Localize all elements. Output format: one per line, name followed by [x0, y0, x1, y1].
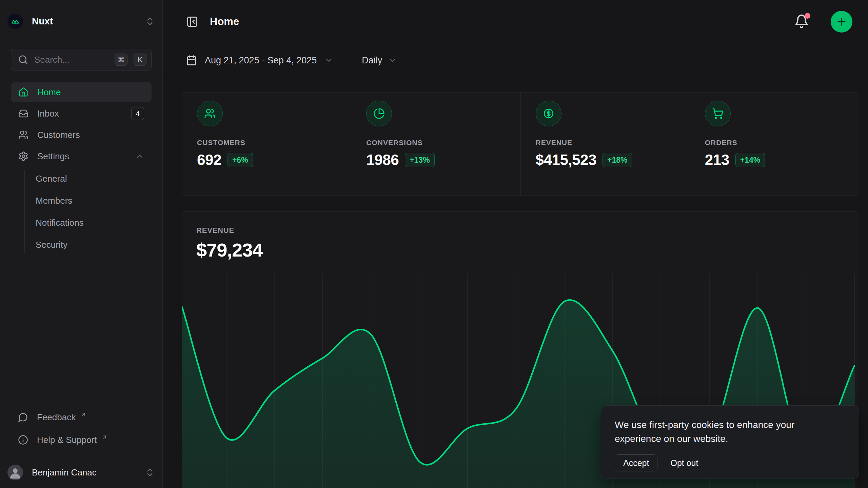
- top-bar: Home: [163, 0, 868, 43]
- kbd-cmd: ⌘: [115, 54, 127, 66]
- inbox-icon: [18, 108, 28, 119]
- stat-delta-badge: +14%: [735, 153, 765, 167]
- user-menu[interactable]: Benjamin Canac: [7, 460, 155, 485]
- sidebar-item-label: Settings: [37, 151, 69, 162]
- shopping-cart-icon: [705, 101, 731, 126]
- message-bubble-icon: [18, 412, 28, 422]
- notifications-button[interactable]: [794, 14, 810, 29]
- date-range-value: Aug 21, 2025 - Sep 4, 2025: [205, 55, 317, 66]
- gear-icon: [18, 151, 28, 161]
- help-support-link[interactable]: Help & Support: [11, 430, 152, 449]
- revenue-chart-label: REVENUE: [196, 226, 859, 235]
- cookie-message: We use first-party cookies to enhance yo…: [615, 418, 818, 446]
- stat-label: REVENUE: [536, 139, 690, 147]
- users-icon: [18, 130, 28, 140]
- accept-button[interactable]: Accept: [615, 454, 657, 471]
- sidebar-subitem-security[interactable]: Security: [36, 235, 152, 254]
- user-name: Benjamin Canac: [32, 467, 136, 478]
- users-icon: [197, 101, 223, 126]
- page-title: Home: [210, 16, 783, 28]
- stat-value: 692: [197, 151, 221, 168]
- stat-label: CONVERSIONS: [366, 139, 520, 147]
- stat-label: CUSTOMERS: [197, 139, 351, 147]
- stat-value: 213: [705, 151, 729, 168]
- add-button[interactable]: [831, 11, 852, 33]
- panel-collapse-icon[interactable]: [186, 16, 198, 28]
- sidebar-subitem-general[interactable]: General: [36, 169, 152, 188]
- search-box[interactable]: ⌘ K: [11, 49, 152, 70]
- sidebar-subitem-members[interactable]: Members: [36, 191, 152, 210]
- help-support-label: Help & Support: [37, 435, 97, 445]
- filters-toolbar: Aug 21, 2025 - Sep 4, 2025 Daily: [163, 44, 868, 77]
- settings-subnav: General Members Notifications Security: [24, 169, 152, 254]
- nuxt-logo-icon: [7, 14, 23, 29]
- stat-label: ORDERS: [705, 139, 859, 147]
- chevron-down-icon: [324, 56, 333, 65]
- sidebar-item-settings[interactable]: Settings: [11, 146, 152, 166]
- info-circle-icon: [18, 435, 28, 445]
- sidebar-item-customers[interactable]: Customers: [11, 125, 152, 145]
- revenue-chart-value: $79,234: [196, 239, 859, 261]
- calendar-icon: [186, 55, 197, 66]
- sidebar-item-label: Customers: [37, 130, 80, 140]
- sidebar: Nuxt ⌘ K Home Inbo: [0, 0, 163, 488]
- opt-out-button[interactable]: Opt out: [670, 458, 698, 468]
- main-area: Home Aug 21, 2025 - Sep 4, 2025 Daily: [163, 0, 868, 488]
- notification-dot: [805, 13, 810, 19]
- sidebar-item-label: Inbox: [37, 108, 59, 119]
- sidebar-subitem-notifications[interactable]: Notifications: [36, 213, 152, 232]
- stat-revenue[interactable]: REVENUE $415,523 +18%: [520, 93, 690, 196]
- stat-value: 1986: [366, 151, 399, 168]
- stat-customers[interactable]: CUSTOMERS 692 +6%: [182, 93, 351, 196]
- stat-orders[interactable]: ORDERS 213 +14%: [690, 93, 859, 196]
- avatar: [7, 465, 23, 480]
- external-link-icon: [80, 411, 86, 418]
- inbox-count-badge: 4: [131, 107, 144, 120]
- stat-delta-badge: +18%: [603, 153, 632, 167]
- chevron-up-icon: [135, 152, 144, 161]
- workspace-name: Nuxt: [32, 16, 136, 27]
- chevron-up-down-icon: [145, 467, 155, 477]
- stats-card: CUSTOMERS 692 +6% CONVERSIONS 1986 +13%: [182, 92, 859, 196]
- cookie-banner: We use first-party cookies to enhance yo…: [601, 405, 859, 479]
- stat-delta-badge: +6%: [228, 153, 253, 167]
- stat-conversions[interactable]: CONVERSIONS 1986 +13%: [351, 93, 520, 196]
- stat-delta-badge: +13%: [405, 153, 434, 167]
- plus-icon: [836, 16, 847, 27]
- dashboard-app: Nuxt ⌘ K Home Inbo: [0, 0, 868, 488]
- dollar-circle-icon: [536, 101, 561, 126]
- kbd-k: K: [134, 54, 146, 66]
- home-icon: [18, 87, 28, 97]
- date-range-picker[interactable]: Aug 21, 2025 - Sep 4, 2025: [186, 55, 333, 66]
- sidebar-item-label: Home: [37, 87, 61, 98]
- sidebar-item-inbox[interactable]: Inbox 4: [11, 104, 152, 123]
- feedback-label: Feedback: [37, 412, 76, 423]
- search-icon: [18, 55, 28, 65]
- external-link-icon: [101, 434, 107, 440]
- granularity-select[interactable]: Daily: [362, 55, 397, 66]
- sidebar-item-home[interactable]: Home: [11, 82, 152, 102]
- search-input[interactable]: [34, 55, 108, 65]
- sidebar-divider: [0, 455, 162, 455]
- chevron-up-down-icon: [145, 16, 155, 26]
- granularity-value: Daily: [362, 55, 382, 66]
- workspace-selector[interactable]: Nuxt: [7, 10, 155, 33]
- sidebar-footer: Feedback Help & Support: [11, 408, 152, 449]
- stat-value: $415,523: [536, 151, 597, 168]
- sidebar-nav: Home Inbox 4 Customers Setting: [11, 82, 152, 254]
- chevron-down-icon: [388, 56, 397, 65]
- pie-chart-icon: [366, 101, 392, 126]
- feedback-link[interactable]: Feedback: [11, 408, 152, 427]
